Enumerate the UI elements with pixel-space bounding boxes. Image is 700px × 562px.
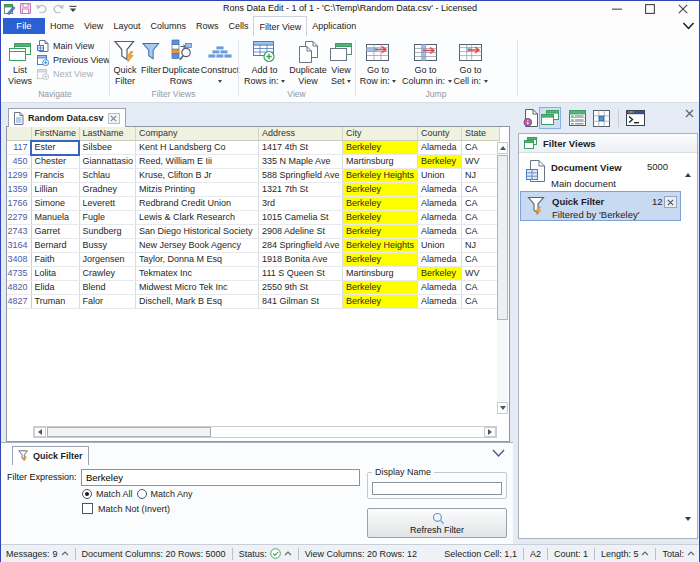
display-name-input[interactable] <box>372 482 502 495</box>
cell-state-1359[interactable]: CA <box>462 183 500 197</box>
table-corner-cell[interactable] <box>7 127 31 141</box>
row-header-2279[interactable]: 2279 <box>7 211 31 225</box>
row-header-1766[interactable]: 1766 <box>7 197 31 211</box>
previous-view-button[interactable]: Previous View <box>37 53 110 67</box>
filter-expression-input[interactable] <box>81 469 360 486</box>
cell-address-1766[interactable]: 3rd <box>259 197 343 211</box>
row-header-4827[interactable]: 4827 <box>7 295 31 309</box>
minimize-button[interactable] <box>600 1 633 16</box>
cell-lastname-2743[interactable]: Sundberg <box>79 225 136 239</box>
match-any-radio[interactable] <box>137 489 147 499</box>
cell-state-2743[interactable]: CA <box>462 225 500 239</box>
menu-tab-layout[interactable]: Layout <box>108 16 145 36</box>
maximize-button[interactable] <box>633 1 666 16</box>
cell-lastname-2279[interactable]: Fugle <box>79 211 136 225</box>
cell-county-3164[interactable]: Union <box>418 239 462 253</box>
status-total[interactable]: Total: <box>662 549 695 559</box>
cell-address-4820[interactable]: 2550 9th St <box>259 281 343 295</box>
column-header-lastname[interactable]: LastName <box>79 127 136 141</box>
cell-firstname-4735[interactable]: Lolita <box>31 267 79 281</box>
row-header-450[interactable]: 450 <box>7 155 31 169</box>
cell-firstname-3164[interactable]: Bernard <box>31 239 79 253</box>
menu-tab-rows[interactable]: Rows <box>191 16 224 36</box>
goto-row-button[interactable]: Go to Row in: <box>358 38 398 86</box>
cell-firstname-1359[interactable]: Lillian <box>31 183 79 197</box>
column-header-city[interactable]: City <box>343 127 418 141</box>
cell-county-2279[interactable]: Alameda <box>418 211 462 225</box>
cell-firstname-4827[interactable]: Truman <box>31 295 79 309</box>
cell-city-3408[interactable]: Berkeley <box>343 253 418 267</box>
cell-state-3408[interactable]: CA <box>462 253 500 267</box>
cell-city-117[interactable]: Berkeley <box>343 141 418 155</box>
cell-county-4827[interactable]: Alameda <box>418 295 462 309</box>
match-all-radio[interactable] <box>82 489 92 499</box>
cell-address-3164[interactable]: 284 Springfield Ave <box>259 239 343 253</box>
menu-tab-view[interactable]: View <box>79 16 108 36</box>
length-expand-icon[interactable] <box>641 551 649 556</box>
cell-county-1766[interactable]: Alameda <box>418 197 462 211</box>
cell-firstname-1299[interactable]: Francis <box>31 169 79 183</box>
menu-tab-cells[interactable]: Cells <box>223 16 253 36</box>
quick-filter-panel-tab[interactable]: Quick Filter <box>12 446 89 465</box>
cell-county-117[interactable]: Alameda <box>418 141 462 155</box>
cell-state-2279[interactable]: CA <box>462 211 500 225</box>
row-header-3164[interactable]: 3164 <box>7 239 31 253</box>
scroll-down-button[interactable] <box>497 402 508 414</box>
cell-county-4820[interactable]: Alameda <box>418 281 462 295</box>
cell-city-2743[interactable]: Berkeley <box>343 225 418 239</box>
list-views-button[interactable]: List Views <box>3 38 37 86</box>
panel-close-icon[interactable] <box>683 107 696 120</box>
row-header-2743[interactable]: 2743 <box>7 225 31 239</box>
close-button[interactable] <box>666 1 699 16</box>
menu-tab-filter-view[interactable]: Filter View <box>253 16 307 36</box>
horizontal-scrollbar[interactable] <box>33 426 497 438</box>
scroll-up-button[interactable] <box>497 142 508 154</box>
row-header-4735[interactable]: 4735 <box>7 267 31 281</box>
cell-address-3408[interactable]: 1918 Bonita Ave <box>259 253 343 267</box>
goto-cell-button[interactable]: Go to Cell in: <box>450 38 491 86</box>
cell-lastname-4735[interactable]: Crawley <box>79 267 136 281</box>
menu-tab-home[interactable]: Home <box>45 16 79 36</box>
main-view-button[interactable]: Main View <box>37 39 94 53</box>
row-header-1359[interactable]: 1359 <box>7 183 31 197</box>
add-to-rows-in-button[interactable]: Add to Rows in: <box>241 38 288 86</box>
cell-state-117[interactable]: CA <box>462 141 500 155</box>
cell-firstname-3408[interactable]: Faith <box>31 253 79 267</box>
cell-state-4820[interactable]: CA <box>462 281 500 295</box>
cell-city-1299[interactable]: Berkeley Heights <box>343 169 418 183</box>
duplicate-view-button[interactable]: Duplicate View <box>288 38 328 86</box>
cell-state-4827[interactable]: CA <box>462 295 500 309</box>
panel-scroll-up-icon[interactable] <box>685 163 691 173</box>
data-views-icon[interactable] <box>567 108 587 128</box>
view-item-document-view[interactable]: Document View 5000 Main document <box>520 155 681 190</box>
cell-city-1359[interactable]: Berkeley <box>343 183 418 197</box>
cell-county-2743[interactable]: Alameda <box>418 225 462 239</box>
cell-lastname-4820[interactable]: Blend <box>79 281 136 295</box>
column-header-county[interactable]: County <box>418 127 462 141</box>
document-tab[interactable]: Random Data.csv <box>8 108 126 127</box>
cell-company-117[interactable]: Kent H Landsberg Co <box>136 141 259 155</box>
menu-tab-columns[interactable]: Columns <box>145 16 191 36</box>
data-table[interactable]: FirstNameLastNameCompanyAddressCityCount… <box>7 127 500 309</box>
messages-expand-icon[interactable] <box>61 551 69 556</box>
cell-city-4735[interactable]: Martinsburg <box>343 267 418 281</box>
cell-lastname-4827[interactable]: Falor <box>79 295 136 309</box>
next-view-button[interactable]: Next View <box>37 67 93 81</box>
cell-city-4820[interactable]: Berkeley <box>343 281 418 295</box>
cell-company-450[interactable]: Reed, William E Iii <box>136 155 259 169</box>
cell-address-1359[interactable]: 1321 7th St <box>259 183 343 197</box>
vertical-scroll-thumb[interactable] <box>497 155 508 320</box>
quick-filter-item-close-icon[interactable] <box>664 196 677 208</box>
column-header-firstname[interactable]: FirstName <box>31 127 79 141</box>
cell-company-3164[interactable]: New Jersey Book Agency <box>136 239 259 253</box>
cell-address-1299[interactable]: 588 Springfield Ave <box>259 169 343 183</box>
cell-selection-icon[interactable] <box>591 108 611 128</box>
panel-scroll-down-icon[interactable] <box>685 521 691 531</box>
cell-lastname-1766[interactable]: Leverett <box>79 197 136 211</box>
cell-city-3164[interactable]: Berkeley Heights <box>343 239 418 253</box>
console-icon[interactable] <box>625 108 645 128</box>
cell-firstname-2279[interactable]: Manuela <box>31 211 79 225</box>
cell-city-4827[interactable]: Berkeley <box>343 295 418 309</box>
goto-column-button[interactable]: Go to Column in: <box>402 38 449 86</box>
cell-county-1299[interactable]: Union <box>418 169 462 183</box>
